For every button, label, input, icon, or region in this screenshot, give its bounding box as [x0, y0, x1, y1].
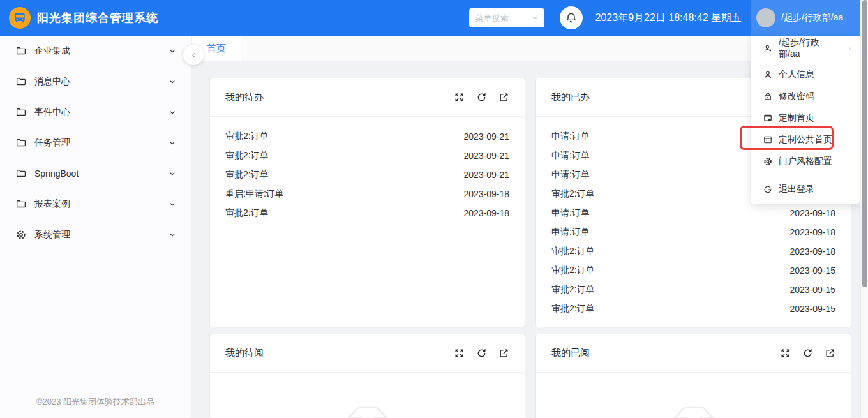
sidebar: 企业集成 消息中心 事件中心 任务管理 [0, 36, 191, 418]
page-scrollbar[interactable] [860, 0, 868, 418]
list-item[interactable]: 审批2:订单 2023-09-21 [225, 146, 509, 165]
user-dropdown-menu: /起步/行政部/aa 个人信息 修改密码 定制首页 [751, 36, 860, 204]
item-title: 审批2:订单 [551, 265, 595, 276]
sidebar-item[interactable]: 事件中心 [0, 97, 191, 128]
fullscreen-icon[interactable] [454, 348, 465, 359]
empty-state [210, 373, 525, 418]
sidebar-item[interactable]: 系统管理 [0, 220, 191, 250]
folder-icon [15, 168, 27, 179]
menu-account-label: /起步/行政部/aa [779, 37, 840, 60]
chevron-down-icon [168, 77, 177, 86]
sidebar-item[interactable]: 报表案例 [0, 189, 191, 220]
notification-bell-button[interactable] [560, 6, 583, 29]
card-my-to-read: 我的待阅 [209, 334, 525, 418]
item-title: 申请:订单 [551, 169, 590, 181]
item-title: 审批2:订单 [225, 150, 269, 161]
card-actions [780, 348, 835, 359]
sidebar-item[interactable]: 任务管理 [0, 128, 191, 158]
card-header: 我的待办 [210, 78, 525, 117]
external-link-icon[interactable] [825, 348, 835, 359]
gear-icon [15, 229, 27, 241]
card-my-read: 我的已阅 [535, 334, 851, 418]
bell-icon [565, 11, 578, 24]
item-date: 2023-09-21 [463, 131, 509, 142]
item-date: 2023-09-18 [463, 189, 509, 199]
menu-item-logout[interactable]: 退出登录 [751, 175, 860, 204]
menu-item-account[interactable]: /起步/行政部/aa [751, 36, 860, 61]
item-title: 申请:订单 [551, 227, 590, 238]
folder-icon [15, 137, 27, 149]
list-item[interactable]: 申请:订单 2023-09-18 [551, 223, 835, 242]
menu-item-label: 修改密码 [779, 91, 814, 102]
empty-state [536, 373, 851, 418]
list-item[interactable]: 审批2:订单 2023-09-21 [225, 127, 509, 146]
item-date: 2023-09-15 [789, 304, 835, 314]
sidebar-item-label: 事件中心 [34, 107, 160, 118]
lock-icon [763, 91, 773, 101]
menu-search-input[interactable] [475, 13, 530, 23]
list-item[interactable]: 审批2:订单 2023-09-18 [225, 204, 509, 223]
logout-icon [763, 184, 773, 195]
chevron-down-icon [530, 13, 539, 22]
user-path-label: /起步/行政部/aa [781, 12, 843, 24]
chevron-down-icon [168, 230, 177, 239]
folder-icon [15, 198, 27, 210]
menu-item[interactable]: 门户风格配置 [751, 151, 860, 172]
list-item[interactable]: 审批2:订单 2023-09-15 [551, 280, 835, 299]
list-item[interactable]: 申请:订单 2023-09-18 [551, 204, 835, 223]
layout-pin-icon [763, 113, 773, 123]
refresh-icon[interactable] [802, 348, 813, 359]
empty-box-illustration [667, 401, 721, 418]
card-title: 我的待办 [225, 91, 264, 103]
item-date: 2023-09-21 [463, 170, 509, 180]
menu-item-label: 个人信息 [779, 69, 814, 80]
folder-icon [15, 45, 27, 57]
fullscreen-icon[interactable] [454, 92, 465, 103]
menu-item[interactable]: 定制首页 [751, 107, 860, 129]
menu-item[interactable]: 修改密码 [751, 86, 860, 107]
item-title: 审批2:订单 [225, 131, 269, 142]
chevron-down-icon [168, 108, 177, 117]
gear-icon [763, 156, 773, 167]
chevron-left-icon [190, 51, 198, 59]
item-title: 申请:订单 [551, 150, 590, 161]
chevron-down-icon [168, 169, 177, 178]
user-menu-trigger[interactable]: /起步/行政部/aa [751, 0, 860, 36]
list-item[interactable]: 审批2:订单 2023-09-21 [225, 165, 509, 184]
menu-search-select[interactable] [469, 8, 544, 27]
menu-item[interactable]: 定制公共首页 [751, 129, 860, 151]
menu-item[interactable]: 个人信息 [751, 64, 860, 86]
user-switch-icon [763, 43, 773, 54]
item-title: 审批2:订单 [225, 169, 269, 181]
card-title: 我的待阅 [225, 347, 264, 359]
item-date: 2023-09-18 [789, 246, 835, 257]
list-item[interactable]: 审批2:订单 2023-09-18 [551, 242, 835, 261]
todo-list: 审批2:订单 2023-09-21 审批2:订单 2023-09-21 审批2:… [210, 117, 525, 223]
scrollbar-thumb[interactable] [862, 0, 867, 287]
fullscreen-icon[interactable] [780, 348, 791, 359]
car-logo-icon [12, 10, 27, 26]
card-title: 我的已办 [551, 91, 590, 103]
sidebar-item[interactable]: SpringBoot [0, 158, 191, 189]
external-link-icon[interactable] [498, 348, 509, 359]
card-my-todo: 我的待办 审批2:订单 2023-09-21 [209, 78, 525, 327]
avatar [756, 8, 775, 27]
item-title: 申请:订单 [551, 131, 590, 142]
sidebar-item-label: 任务管理 [34, 137, 160, 149]
menu-logout-label: 退出登录 [779, 184, 814, 195]
refresh-icon[interactable] [476, 348, 487, 359]
sidebar-item-label: 系统管理 [34, 229, 160, 241]
sidebar-collapse-button[interactable] [183, 45, 204, 65]
refresh-icon[interactable] [476, 92, 487, 103]
item-title: 审批2:订单 [551, 284, 595, 295]
app-logo [9, 7, 31, 29]
sidebar-item[interactable]: 企业集成 [0, 36, 191, 66]
list-item[interactable]: 审批2:订单 2023-09-15 [551, 299, 835, 318]
sidebar-item[interactable]: 消息中心 [0, 66, 191, 97]
list-item[interactable]: 审批2:订单 2023-09-15 [551, 261, 835, 280]
external-link-icon[interactable] [498, 92, 509, 103]
item-date: 2023-09-18 [789, 227, 835, 237]
card-actions [454, 92, 509, 103]
list-item[interactable]: 重启:申请:订单 2023-09-18 [225, 184, 509, 204]
folder-icon [15, 107, 27, 118]
